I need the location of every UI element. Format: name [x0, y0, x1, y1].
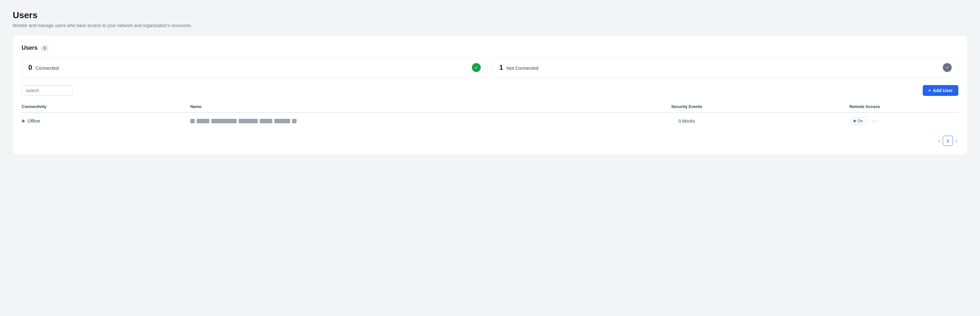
add-user-button[interactable]: + Add User	[923, 85, 958, 96]
stats-row: 0 Connected ✓ 1 Not Connected −	[22, 57, 958, 77]
users-card: Users 1 0 Connected ✓ 1 Not Connected − …	[13, 36, 967, 155]
pagination-next-button[interactable]: ›	[954, 138, 958, 144]
add-user-icon: +	[929, 88, 931, 93]
col-header-name: Name	[190, 101, 602, 112]
not-connected-stat-content: 1 Not Connected	[499, 64, 538, 72]
not-connected-count: 1	[499, 64, 503, 71]
connected-label: Connected	[36, 65, 59, 71]
connected-count: 0	[28, 64, 32, 71]
users-table: Connectivity Name Security Events Remote…	[22, 101, 958, 129]
toolbar: + Add User	[22, 85, 958, 96]
on-dot-icon	[853, 120, 856, 122]
name-cell	[190, 112, 602, 129]
table-row: Offline 0 blocks	[22, 112, 958, 129]
card-title: Users	[22, 45, 38, 51]
pagination: ‹ 1 ›	[22, 136, 958, 146]
offline-dot-icon	[22, 120, 25, 123]
remote-access-on-badge[interactable]: On	[850, 117, 866, 124]
name-part-3	[239, 119, 258, 123]
pagination-prev-button[interactable]: ‹	[937, 138, 941, 144]
not-connected-label: Not Connected	[506, 65, 538, 71]
connected-stat-content: 0 Connected	[28, 64, 59, 72]
col-header-security: Security Events	[602, 101, 771, 112]
not-connected-stat: 1 Not Connected −	[493, 57, 958, 77]
col-header-remote: Remote Access	[771, 101, 958, 112]
connected-stat: 0 Connected ✓	[22, 57, 487, 77]
name-dot-icon	[190, 119, 195, 123]
name-part-4	[259, 119, 272, 123]
row-more-button[interactable]: ···	[871, 118, 880, 124]
security-events-cell: 0 blocks	[602, 112, 771, 129]
search-input[interactable]	[22, 85, 73, 96]
users-count-badge: 1	[41, 45, 49, 51]
name-part-1	[197, 119, 209, 123]
connectivity-status: Offline	[27, 118, 40, 124]
table-header-row: Connectivity Name Security Events Remote…	[22, 101, 958, 112]
name-part-5	[274, 119, 290, 123]
card-header: Users 1	[22, 45, 958, 51]
name-part-2	[211, 119, 237, 123]
add-user-label: Add User	[933, 88, 953, 93]
page-subtitle: Monitor and manage users who have access…	[13, 23, 967, 28]
pagination-page-1-button[interactable]: 1	[943, 136, 953, 146]
page-title: Users	[13, 10, 967, 21]
connectivity-cell: Offline	[22, 112, 190, 129]
name-trailing	[292, 119, 296, 123]
col-header-connectivity: Connectivity	[22, 101, 190, 112]
connected-icon: ✓	[472, 63, 481, 72]
remote-access-status: On	[858, 118, 863, 123]
remote-access-cell: On ···	[771, 112, 958, 129]
not-connected-icon: −	[943, 63, 952, 72]
